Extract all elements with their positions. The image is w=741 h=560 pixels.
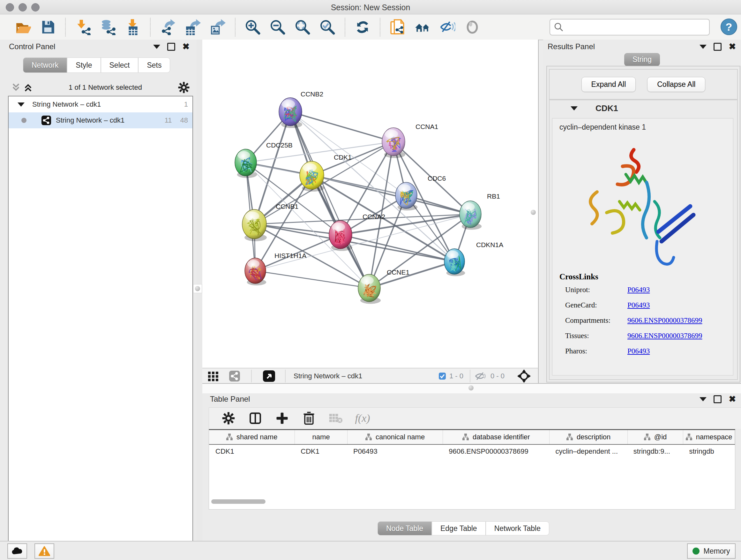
edge-CCNB2-CCNA1[interactable]	[290, 112, 394, 142]
expand-all-button[interactable]: Expand All	[582, 77, 636, 92]
zoom-out-button[interactable]	[269, 19, 286, 36]
crosslink-link[interactable]: 9606.ENSP00000378699	[627, 316, 702, 325]
float-panel-icon[interactable]	[167, 43, 175, 51]
tab-style[interactable]: Style	[67, 57, 100, 73]
export-image-button[interactable]	[209, 19, 226, 36]
tab-network-table[interactable]: Network Table	[486, 521, 549, 536]
collapse-panel-icon[interactable]	[699, 45, 706, 49]
protein-section-header[interactable]: CDK1	[549, 100, 737, 116]
new-network-from-selection-button[interactable]	[389, 19, 406, 36]
column-header-name[interactable]: name	[295, 430, 347, 444]
selected-checkbox-icon[interactable]	[439, 368, 446, 384]
table-options-gear-icon[interactable]	[221, 411, 236, 426]
section-expand-icon[interactable]	[570, 106, 578, 111]
edge-layer	[246, 112, 470, 288]
import-table-button[interactable]	[125, 19, 141, 36]
zoom-in-button[interactable]	[245, 19, 261, 36]
cloud-status-button[interactable]	[7, 543, 27, 559]
crosslink-link[interactable]: P06493	[627, 347, 650, 355]
column-header-sharedname[interactable]: shared name	[209, 430, 295, 444]
fit-selected-crosshair-icon[interactable]	[517, 368, 531, 384]
edge-CCNB2-CCNE1[interactable]	[290, 112, 369, 288]
zoom-selected-button[interactable]	[319, 19, 336, 36]
column-header-description[interactable]: description	[549, 430, 627, 444]
show-columns-icon[interactable]	[248, 411, 263, 426]
column-header-id[interactable]: @id	[628, 430, 684, 444]
node-RB1[interactable]	[460, 201, 482, 230]
tab-sets[interactable]: Sets	[138, 57, 170, 73]
node-HIST1H1A[interactable]	[245, 258, 266, 286]
edge-CCNB1-CCNA2[interactable]	[254, 224, 340, 235]
network-row-selected[interactable]: String Network – cdk1 11 48	[9, 112, 192, 128]
open-file-button[interactable]	[15, 19, 31, 36]
tab-network[interactable]: Network	[23, 57, 67, 73]
collapse-all-icon[interactable]	[11, 82, 21, 93]
help-button[interactable]: ?	[721, 18, 737, 35]
warnings-button[interactable]	[35, 543, 54, 559]
splitter-handle-bottom[interactable]	[468, 385, 474, 390]
tab-edge-table[interactable]: Edge Table	[432, 521, 486, 536]
birds-eye-view-icon[interactable]	[263, 368, 275, 384]
table-horizontal-scrollbar[interactable]	[211, 499, 266, 504]
tab-node-table[interactable]: Node Table	[378, 521, 432, 536]
node-CDC25B[interactable]	[235, 149, 257, 178]
expand-all-icon[interactable]	[23, 82, 33, 93]
show-all-button[interactable]	[464, 19, 481, 36]
column-header-databaseidentifier[interactable]: database identifier	[443, 430, 549, 444]
crosslink-link[interactable]: P06493	[627, 286, 650, 294]
hidden-eye-icon[interactable]	[474, 368, 486, 384]
export-table-button[interactable]	[185, 19, 201, 36]
network-collection-row[interactable]: String Network – cdk1 1	[9, 97, 192, 112]
column-header-canonicalname[interactable]: canonical name	[347, 430, 443, 444]
zoom-fit-button[interactable]	[294, 19, 311, 36]
share-view-icon[interactable]	[229, 368, 240, 384]
memory-button[interactable]: Memory	[687, 543, 736, 559]
node-label-RB1: RB1	[487, 192, 500, 200]
crosslink-link[interactable]: 9606.ENSP00000378699	[627, 332, 702, 340]
close-panel-icon[interactable]: ✖	[729, 44, 736, 50]
table-row[interactable]: CDK1CDK1P064939606.ENSP00000378699cyclin…	[209, 445, 735, 458]
node-CDK1[interactable]	[300, 161, 324, 192]
tab-string[interactable]: String	[624, 53, 660, 66]
collapse-all-button[interactable]: Collapse All	[647, 77, 705, 92]
delete-column-trash-icon[interactable]	[301, 411, 316, 426]
tab-select[interactable]: Select	[101, 57, 138, 73]
edge-CDK1-CCNA1[interactable]	[312, 142, 394, 175]
node-CCNA1[interactable]	[382, 128, 405, 158]
network-options-gear-icon[interactable]	[178, 81, 190, 94]
splitter-handle-left[interactable]	[193, 284, 202, 293]
tree-expand-icon[interactable]	[17, 103, 24, 107]
edge-CCNE1-HIST1H1A[interactable]	[255, 271, 369, 288]
node-CCNA2[interactable]	[329, 221, 352, 251]
home-button[interactable]	[414, 19, 431, 36]
import-network-file-button[interactable]	[75, 19, 91, 36]
node-CCNE1[interactable]	[358, 274, 381, 304]
float-panel-icon[interactable]	[714, 395, 722, 403]
function-builder-icon[interactable]: f(x)	[355, 411, 370, 426]
splitter-handle-right[interactable]	[529, 208, 537, 216]
collapse-panel-icon[interactable]	[699, 397, 706, 401]
hide-unselected-button[interactable]	[439, 19, 456, 36]
create-column-plus-icon[interactable]	[275, 411, 289, 426]
grid-view-icon[interactable]	[207, 368, 219, 384]
node-CDKN1A[interactable]	[444, 249, 465, 276]
apply-layout-button[interactable]	[354, 19, 371, 36]
node-CDC6[interactable]	[395, 182, 417, 210]
network-canvas[interactable]: CCNB2CCNA1CDC25BCDK1CDC6RB1CCNB1CCNA2CDK…	[202, 40, 539, 368]
collapse-panel-icon[interactable]	[153, 45, 160, 49]
import-network-database-button[interactable]	[99, 19, 116, 36]
search-input[interactable]	[563, 20, 709, 34]
column-header-namespace[interactable]: namespace	[683, 430, 735, 444]
export-network-button[interactable]	[159, 19, 176, 36]
edge-CCNE1-CDKN1A[interactable]	[369, 261, 455, 288]
horizontal-splitter[interactable]	[202, 383, 741, 395]
node-CCNB1[interactable]	[242, 209, 267, 241]
node-table[interactable]: shared namename canonical name database …	[209, 429, 735, 509]
node-CCNB2[interactable]	[279, 98, 302, 128]
crosslink-link[interactable]: P06493	[627, 301, 650, 309]
close-panel-icon[interactable]: ✖	[729, 396, 736, 402]
save-session-button[interactable]	[40, 19, 56, 36]
close-panel-icon[interactable]: ✖	[182, 44, 190, 50]
delete-table-icon[interactable]	[328, 411, 343, 426]
float-panel-icon[interactable]	[714, 43, 722, 51]
